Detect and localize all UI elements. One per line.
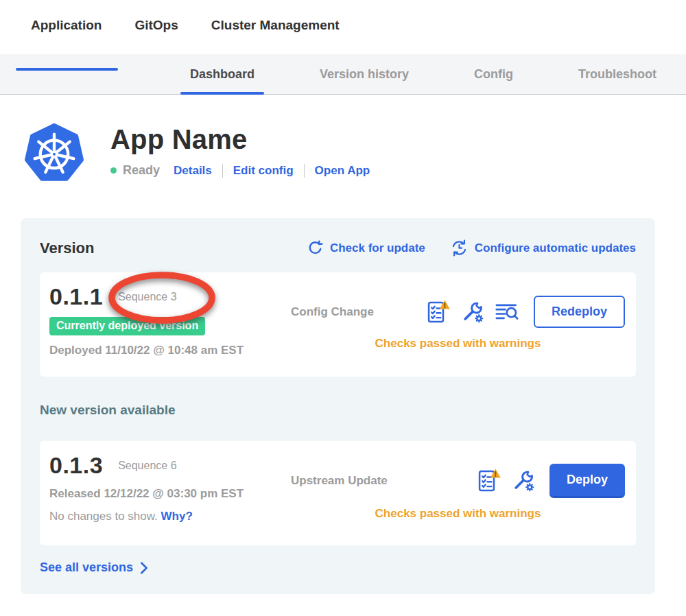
divider (222, 164, 223, 178)
page-title: App Name (110, 124, 370, 155)
status-dot-icon (110, 167, 117, 174)
preflight-checks-warning-icon[interactable] (476, 468, 502, 494)
checks-status-text: Checks passed with warnings (291, 507, 625, 521)
sub-nav: Dashboard Version history Config Trouble… (0, 54, 686, 95)
currently-deployed-badge: Currently deployed version (49, 317, 205, 335)
tab-dashboard[interactable]: Dashboard (190, 54, 255, 94)
checks-status-text: Checks passed with warnings (291, 337, 625, 351)
version-source-label: Config Change (291, 305, 374, 319)
current-version-sequence: Sequence 3 (118, 291, 176, 303)
kubernetes-logo-icon (24, 122, 84, 184)
preflight-checks-warning-icon[interactable] (425, 299, 451, 325)
available-version-sequence: Sequence 6 (118, 460, 176, 472)
deploy-button[interactable]: Deploy (549, 464, 625, 498)
why-link[interactable]: Why? (161, 510, 193, 523)
no-changes-text: No changes to show. (49, 510, 158, 523)
version-section: Version Check for update (21, 218, 655, 594)
current-version-card: 0.1.1 Sequence 3 Currently deployed vers… (40, 272, 636, 377)
version-section-title: Version (40, 239, 94, 257)
config-wrench-icon[interactable] (511, 469, 536, 493)
chevron-right-icon (140, 562, 148, 574)
new-version-heading: New version available (40, 403, 636, 418)
version-source-label: Upstream Update (291, 474, 388, 488)
open-app-link[interactable]: Open App (315, 164, 370, 178)
status-badge: Ready (123, 163, 160, 178)
tab-config[interactable]: Config (474, 54, 513, 94)
tab-gitops[interactable]: GitOps (134, 17, 178, 54)
view-diff-icon[interactable] (494, 301, 520, 323)
divider (304, 164, 305, 178)
redeploy-button[interactable]: Redeploy (534, 296, 625, 328)
available-version-card: 0.1.3 Sequence 6 Released 12/12/22 @ 03:… (40, 441, 636, 545)
tab-troubleshoot[interactable]: Troubleshoot (578, 54, 657, 94)
clock-refresh-icon (450, 239, 469, 257)
check-for-update-link[interactable]: Check for update (307, 239, 425, 257)
current-version-number: 0.1.1 (49, 283, 103, 310)
see-all-versions-link[interactable]: See all versions (40, 560, 636, 575)
top-nav: Application GitOps Cluster Management (0, 0, 686, 54)
details-link[interactable]: Details (174, 164, 212, 178)
config-wrench-icon[interactable] (460, 300, 485, 324)
deployed-timestamp: Deployed 11/10/22 @ 10:48 am EST (49, 344, 291, 357)
configure-automatic-updates-link[interactable]: Configure automatic updates (450, 239, 636, 257)
released-timestamp: Released 12/12/22 @ 03:30 pm EST (49, 487, 291, 501)
edit-config-link[interactable]: Edit config (233, 164, 294, 178)
refresh-icon (307, 239, 324, 257)
tab-cluster-management[interactable]: Cluster Management (211, 17, 340, 54)
tab-version-history[interactable]: Version history (320, 54, 409, 94)
tab-application[interactable]: Application (31, 17, 102, 54)
available-version-number: 0.1.3 (49, 452, 103, 479)
page: Application GitOps Cluster Management Da… (0, 0, 686, 616)
app-header: App Name Ready Details Edit config Open … (24, 122, 686, 184)
